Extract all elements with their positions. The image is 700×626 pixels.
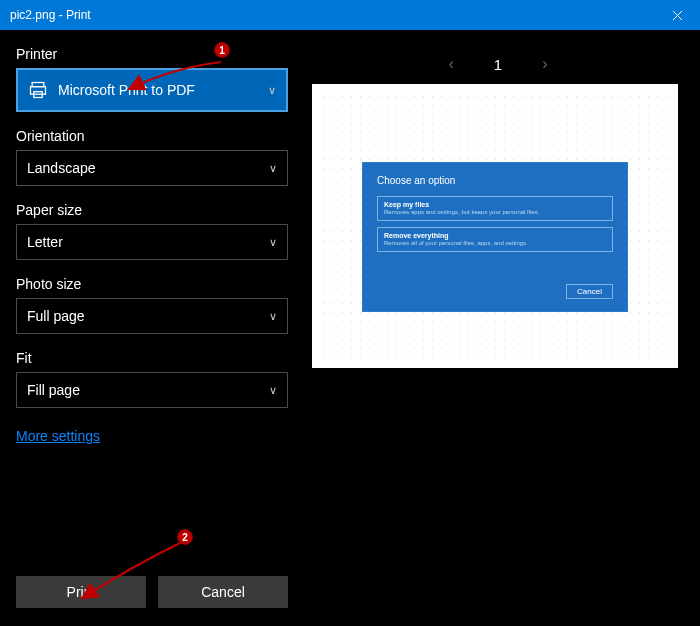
close-icon bbox=[672, 10, 683, 21]
orientation-label: Orientation bbox=[16, 128, 288, 144]
preview-cancel: Cancel bbox=[566, 284, 613, 299]
preview-panel: ‹ 1 › Choose an option Keep my files Rem… bbox=[312, 44, 684, 626]
chevron-down-icon: ∨ bbox=[269, 384, 277, 397]
preview-title: Choose an option bbox=[377, 175, 613, 186]
chevron-down-icon: ∨ bbox=[269, 310, 277, 323]
annotation-arrow-2 bbox=[76, 537, 186, 605]
orientation-select[interactable]: Landscape ∨ bbox=[16, 150, 288, 186]
preview-option-keep-files: Keep my files Removes apps and settings,… bbox=[377, 196, 613, 221]
paper-size-select[interactable]: Letter ∨ bbox=[16, 224, 288, 260]
photo-size-label: Photo size bbox=[16, 276, 288, 292]
preview-option-remove-everything: Remove everything Removes all of your pe… bbox=[377, 227, 613, 252]
close-button[interactable] bbox=[655, 0, 700, 30]
chevron-down-icon: ∨ bbox=[269, 236, 277, 249]
paper-size-label: Paper size bbox=[16, 202, 288, 218]
next-page-button[interactable]: › bbox=[542, 55, 547, 73]
prev-page-button[interactable]: ‹ bbox=[449, 55, 454, 73]
chevron-down-icon: ∨ bbox=[268, 84, 276, 97]
printer-icon bbox=[28, 80, 48, 100]
preview-content: Choose an option Keep my files Removes a… bbox=[362, 162, 628, 312]
page-number: 1 bbox=[494, 56, 502, 73]
fit-value: Fill page bbox=[27, 382, 269, 398]
annotation-arrow-1 bbox=[123, 56, 231, 96]
window-title: pic2.png - Print bbox=[10, 8, 91, 22]
chevron-down-icon: ∨ bbox=[269, 162, 277, 175]
paper-size-value: Letter bbox=[27, 234, 269, 250]
titlebar: pic2.png - Print bbox=[0, 0, 700, 30]
photo-size-select[interactable]: Full page ∨ bbox=[16, 298, 288, 334]
print-preview: Choose an option Keep my files Removes a… bbox=[312, 84, 678, 368]
svg-rect-0 bbox=[32, 83, 44, 87]
orientation-value: Landscape bbox=[27, 160, 269, 176]
print-dialog-window: pic2.png - Print Printer Microsoft Print… bbox=[0, 0, 700, 626]
photo-size-value: Full page bbox=[27, 308, 269, 324]
fit-label: Fit bbox=[16, 350, 288, 366]
preview-pager: ‹ 1 › bbox=[312, 44, 684, 84]
svg-rect-1 bbox=[31, 87, 46, 95]
more-settings-link[interactable]: More settings bbox=[16, 428, 100, 444]
fit-select[interactable]: Fill page ∨ bbox=[16, 372, 288, 408]
